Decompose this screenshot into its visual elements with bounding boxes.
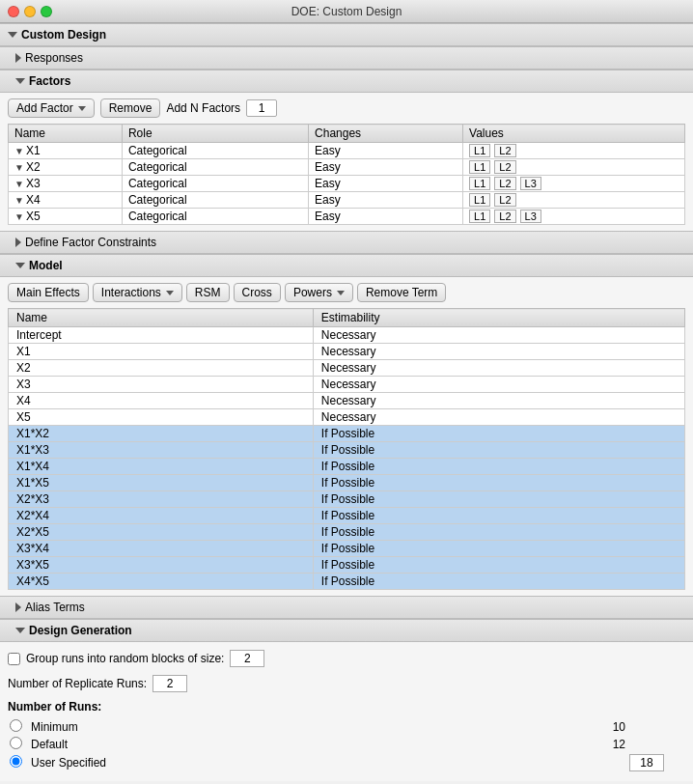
model-row[interactable]: X1*X3 If Possible (9, 442, 685, 459)
responses-header[interactable]: Responses (0, 46, 693, 70)
model-row[interactable]: X2*X4 If Possible (9, 508, 685, 524)
col-values: Values (463, 125, 685, 143)
responses-label: Responses (25, 51, 83, 65)
model-estimability: If Possible (313, 491, 684, 508)
design-gen-chevron (15, 628, 25, 633)
default-label: Default (31, 737, 366, 752)
value-tag: L1 (469, 144, 490, 157)
factor-values: L1L2L3 (463, 209, 685, 225)
model-term-name: X3*X5 (9, 557, 314, 574)
factor-name: ▼X5 (9, 209, 123, 225)
close-button[interactable] (8, 6, 19, 17)
factor-changes: Easy (309, 209, 463, 225)
value-tag: L2 (494, 193, 515, 207)
factor-changes: Easy (309, 143, 463, 159)
model-row[interactable]: X1*X4 If Possible (9, 459, 685, 475)
runs-heading: Number of Runs: (8, 700, 685, 714)
responses-chevron (15, 53, 21, 63)
factors-content: Add Factor Remove Add N Factors Name Rol… (0, 93, 693, 231)
model-row[interactable]: X2*X3 If Possible (9, 491, 685, 508)
factor-row[interactable]: ▼X1 Categorical Easy L1L2 (9, 143, 685, 159)
model-term-name: X1*X2 (9, 426, 314, 442)
user-specified-row: User Specified (10, 754, 683, 771)
model-content: Main Effects Interactions RSM Cross Powe… (0, 277, 693, 596)
model-estimability: If Possible (313, 524, 684, 541)
factors-toolbar: Add Factor Remove Add N Factors (8, 98, 685, 118)
factor-row[interactable]: ▼X2 Categorical Easy L1L2 (9, 159, 685, 176)
model-table: Name Estimability Intercept Necessary X1… (8, 308, 685, 590)
design-gen-header[interactable]: Design Generation (0, 619, 693, 642)
powers-button[interactable]: Powers (285, 283, 353, 302)
value-tag: L2 (494, 177, 515, 190)
model-estimability: Necessary (313, 393, 684, 409)
minimum-value: 10 (368, 719, 683, 735)
constraints-label: Define Factor Constraints (25, 236, 156, 249)
model-row[interactable]: X1 Necessary (9, 344, 685, 360)
model-header[interactable]: Model (0, 254, 693, 277)
rsm-button[interactable]: RSM (186, 283, 230, 302)
factor-name: ▼X3 (9, 176, 123, 192)
model-row[interactable]: X4 Necessary (9, 393, 685, 409)
minimum-radio[interactable] (10, 719, 22, 732)
group-runs-checkbox[interactable] (8, 653, 20, 665)
maximize-button[interactable] (41, 6, 52, 17)
model-term-name: X2 (9, 360, 314, 377)
model-term-name: X1*X4 (9, 459, 314, 475)
model-row[interactable]: Intercept Necessary (9, 327, 685, 344)
model-col-estimability: Estimability (313, 309, 684, 327)
alias-chevron (15, 602, 21, 612)
model-row[interactable]: X2*X5 If Possible (9, 524, 685, 541)
default-row: Default 12 (10, 737, 683, 752)
runs-section: Number of Runs: Minimum 10 Default 12 Us… (8, 700, 685, 773)
custom-design-label: Custom Design (21, 28, 106, 42)
model-row[interactable]: X2 Necessary (9, 360, 685, 377)
value-tag: L1 (469, 177, 490, 190)
model-term-name: X3*X4 (9, 541, 314, 557)
model-row[interactable]: X5 Necessary (9, 409, 685, 426)
custom-design-header[interactable]: Custom Design (0, 23, 693, 46)
factor-values: L1L2L3 (463, 176, 685, 192)
model-row[interactable]: X4*X5 If Possible (9, 574, 685, 590)
design-gen-content: Group runs into random blocks of size: N… (0, 642, 693, 781)
value-tag: L1 (469, 193, 490, 207)
factor-role: Categorical (122, 176, 308, 192)
alias-terms-header[interactable]: Alias Terms (0, 596, 693, 619)
value-tag: L1 (469, 160, 490, 174)
factors-header[interactable]: Factors (0, 70, 693, 93)
interactions-button[interactable]: Interactions (93, 283, 182, 302)
minimize-button[interactable] (24, 6, 36, 17)
traffic-lights[interactable] (8, 6, 52, 17)
block-size-input[interactable] (230, 650, 264, 667)
model-row[interactable]: X3 Necessary (9, 377, 685, 393)
title-bar: DOE: Custom Design (0, 0, 693, 23)
factor-changes: Easy (309, 176, 463, 192)
remove-term-button[interactable]: Remove Term (357, 283, 446, 302)
replicate-input[interactable] (152, 675, 187, 692)
model-estimability: If Possible (313, 557, 684, 574)
model-row[interactable]: X3*X4 If Possible (9, 541, 685, 557)
factor-row[interactable]: ▼X4 Categorical Easy L1L2 (9, 192, 685, 209)
factor-values: L1L2 (463, 159, 685, 176)
model-row[interactable]: X3*X5 If Possible (9, 557, 685, 574)
model-term-name: X2*X3 (9, 491, 314, 508)
factor-row[interactable]: ▼X5 Categorical Easy L1L2L3 (9, 209, 685, 225)
group-runs-row: Group runs into random blocks of size: (8, 650, 685, 667)
model-term-name: X2*X4 (9, 508, 314, 524)
cross-button[interactable]: Cross (234, 283, 281, 302)
model-term-name: X1*X5 (9, 475, 314, 491)
factor-row[interactable]: ▼X3 Categorical Easy L1L2L3 (9, 176, 685, 192)
group-runs-label: Group runs into random blocks of size: (26, 652, 224, 665)
model-row[interactable]: X1*X5 If Possible (9, 475, 685, 491)
constraints-header[interactable]: Define Factor Constraints (0, 231, 693, 254)
add-factor-button[interactable]: Add Factor (8, 98, 95, 118)
user-specified-radio[interactable] (10, 755, 22, 768)
value-tag: L2 (494, 160, 515, 174)
model-row[interactable]: X1*X2 If Possible (9, 426, 685, 442)
remove-button[interactable]: Remove (100, 98, 161, 118)
add-n-input[interactable] (246, 99, 277, 117)
main-effects-button[interactable]: Main Effects (8, 283, 89, 302)
user-specified-input[interactable] (629, 754, 664, 771)
default-radio[interactable] (10, 737, 22, 749)
model-estimability: Necessary (313, 377, 684, 393)
replicate-label: Number of Replicate Runs: (8, 677, 147, 690)
